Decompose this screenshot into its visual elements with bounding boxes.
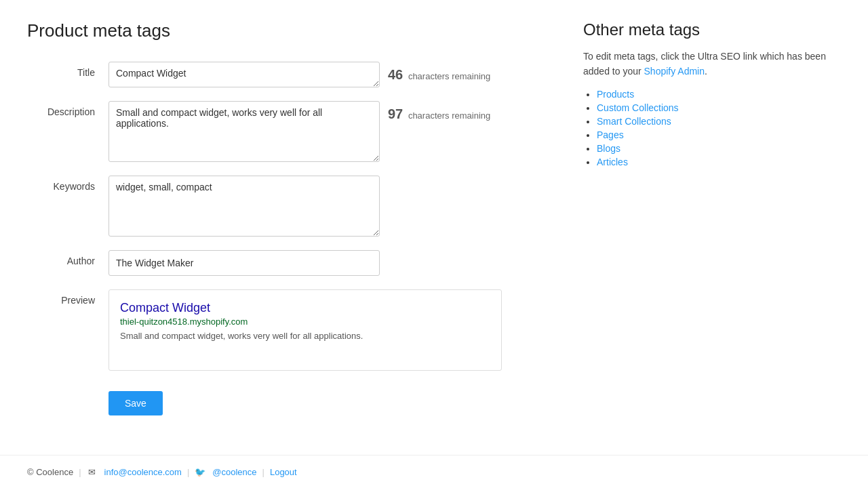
email-icon: ✉: [87, 466, 98, 477]
separator-2: |: [187, 467, 189, 477]
description-char-count: 97 characters remaining: [388, 101, 490, 122]
custom-collections-link[interactable]: Custom Collections: [597, 102, 679, 113]
preview-description: Small and compact widget, works very wel…: [120, 331, 363, 341]
page-wrapper: Product meta tags Title Compact Widget 4…: [0, 0, 868, 488]
smart-collections-link[interactable]: Smart Collections: [597, 116, 671, 127]
preview-title-link[interactable]: Compact Widget: [120, 301, 490, 315]
title-row: Title Compact Widget 46 characters remai…: [27, 62, 542, 87]
keywords-input[interactable]: widget, small, compact: [108, 176, 380, 237]
list-item: Products: [597, 89, 841, 100]
pages-link[interactable]: Pages: [597, 129, 624, 140]
save-button[interactable]: Save: [108, 391, 163, 415]
products-link[interactable]: Products: [597, 89, 634, 100]
description-label: Description: [27, 101, 108, 117]
copyright: © Coolence: [27, 467, 73, 477]
email-link[interactable]: info@coolence.com: [104, 467, 182, 477]
preview-url: thiel-quitzon4518.myshopify.com: [120, 317, 490, 327]
shopify-admin-link[interactable]: Shopify Admin: [644, 66, 705, 77]
keywords-field-wrapper: widget, small, compact: [108, 176, 542, 237]
description-row: Description Small and compact widget, wo…: [27, 101, 542, 162]
separator-1: |: [79, 467, 81, 477]
twitter-icon: 🐦: [195, 466, 205, 477]
title-char-count: 46 characters remaining: [388, 62, 490, 83]
preview-field-wrapper: Compact Widget thiel-quitzon4518.myshopi…: [108, 289, 542, 371]
page-title: Product meta tags: [27, 20, 542, 41]
other-meta-description: To edit meta tags, click the Ultra SEO l…: [583, 49, 841, 79]
keywords-label: Keywords: [27, 176, 108, 192]
articles-link[interactable]: Articles: [597, 157, 628, 167]
list-item: Articles: [597, 157, 841, 167]
separator-3: |: [262, 467, 264, 477]
description-field-wrapper: Small and compact widget, works very wel…: [108, 101, 542, 162]
preview-box: Compact Widget thiel-quitzon4518.myshopi…: [108, 289, 502, 371]
meta-links-list: Products Custom Collections Smart Collec…: [583, 89, 841, 167]
main-content: Product meta tags Title Compact Widget 4…: [0, 0, 868, 455]
other-meta-title: Other meta tags: [583, 20, 841, 39]
list-item: Blogs: [597, 143, 841, 154]
left-panel: Product meta tags Title Compact Widget 4…: [27, 20, 542, 434]
author-label: Author: [27, 250, 108, 266]
list-item: Custom Collections: [597, 102, 841, 113]
description-input[interactable]: Small and compact widget, works very wel…: [108, 101, 380, 162]
title-field-wrapper: Compact Widget 46 characters remaining: [108, 62, 542, 87]
list-item: Smart Collections: [597, 116, 841, 127]
author-field-wrapper: [108, 250, 542, 276]
keywords-row: Keywords widget, small, compact: [27, 176, 542, 237]
footer: © Coolence | ✉ info@coolence.com | 🐦 @co…: [0, 455, 868, 488]
title-label: Title: [27, 62, 108, 78]
logout-link[interactable]: Logout: [270, 467, 297, 477]
title-input[interactable]: Compact Widget: [108, 62, 380, 87]
preview-row: Preview Compact Widget thiel-quitzon4518…: [27, 289, 542, 371]
preview-label: Preview: [27, 289, 108, 306]
twitter-link[interactable]: @coolence: [212, 467, 256, 477]
list-item: Pages: [597, 129, 841, 140]
author-input[interactable]: [108, 250, 380, 276]
author-row: Author: [27, 250, 542, 276]
blogs-link[interactable]: Blogs: [597, 143, 620, 154]
right-panel: Other meta tags To edit meta tags, click…: [583, 20, 841, 434]
